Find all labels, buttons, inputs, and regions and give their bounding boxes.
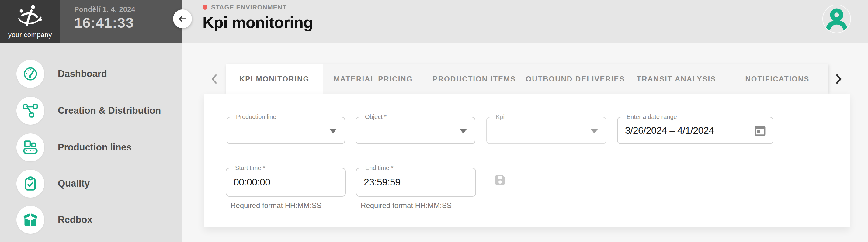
open-box-icon bbox=[17, 206, 44, 234]
chevron-down-icon bbox=[591, 129, 598, 133]
date-range-input[interactable] bbox=[625, 117, 747, 144]
chevron-left-icon bbox=[210, 73, 219, 85]
gauge-icon bbox=[17, 60, 44, 88]
kpi-select[interactable]: Kpi bbox=[486, 117, 607, 144]
sidebar-item-label: Redbox bbox=[58, 214, 92, 225]
conveyor-icon bbox=[17, 133, 44, 161]
app-root: your company Pondělí 1. 4. 2024 16:41:33… bbox=[0, 0, 868, 242]
production-line-value bbox=[235, 117, 318, 144]
start-time-input[interactable] bbox=[234, 169, 319, 196]
chevron-right-icon bbox=[834, 73, 843, 85]
user-profile-button[interactable] bbox=[823, 5, 851, 33]
tab-notifications[interactable]: NOTIFICATIONS bbox=[727, 64, 828, 94]
sidebar-item-label: Production lines bbox=[58, 142, 132, 153]
chevron-down-icon bbox=[330, 129, 337, 133]
sidebar-item-label: Creation & Distribution bbox=[58, 105, 161, 116]
workflow-icon bbox=[17, 97, 44, 125]
date-range-field[interactable]: Enter a date range bbox=[617, 117, 773, 144]
environment-label: STAGE ENVIRONMENT bbox=[211, 4, 287, 11]
sidebar-item-label: Quality bbox=[58, 178, 90, 189]
sidebar-item-production-lines[interactable]: Production lines bbox=[0, 129, 183, 166]
tab-transit-analysis[interactable]: TRANSIT ANALYSIS bbox=[626, 64, 727, 94]
tab-material-pricing[interactable]: MATERIAL PRICING bbox=[323, 64, 424, 94]
company-logo-text: your company bbox=[8, 31, 52, 39]
environment-dot-icon bbox=[203, 5, 208, 10]
start-time-helper: Required format HH:MM:SS bbox=[230, 201, 321, 210]
sidebar-item-redbox[interactable]: Redbox bbox=[0, 202, 183, 238]
back-button[interactable] bbox=[173, 9, 192, 28]
object-value bbox=[364, 117, 448, 144]
end-time-input[interactable] bbox=[364, 169, 449, 196]
sidebar: Dashboard Creation & Distribution bbox=[0, 43, 183, 242]
clipboard-check-icon bbox=[17, 170, 44, 198]
object-select[interactable]: Object * bbox=[355, 117, 475, 144]
datetime-block: Pondělí 1. 4. 2024 16:41:33 bbox=[60, 0, 183, 43]
arrow-left-icon bbox=[177, 14, 188, 24]
tab-outbound-deliveries[interactable]: OUTBOUND DELIVERIES bbox=[525, 64, 626, 94]
kpi-value bbox=[494, 117, 580, 144]
person-icon bbox=[825, 7, 848, 31]
current-time: 16:41:33 bbox=[74, 14, 183, 31]
end-time-field[interactable]: End time * bbox=[356, 168, 476, 197]
tab-strip: KPI MONITORING MATERIAL PRICING PRODUCTI… bbox=[226, 64, 828, 94]
tab-kpi-monitoring[interactable]: KPI MONITORING bbox=[226, 64, 323, 94]
chevron-down-icon bbox=[460, 129, 467, 133]
tab-production-items[interactable]: PRODUCTION ITEMS bbox=[424, 64, 525, 94]
sidebar-item-dashboard[interactable]: Dashboard bbox=[0, 56, 183, 92]
tabs-scroll-right-button[interactable] bbox=[830, 70, 848, 88]
sidebar-item-creation-distribution[interactable]: Creation & Distribution bbox=[0, 92, 183, 129]
header: your company Pondělí 1. 4. 2024 16:41:33… bbox=[0, 0, 868, 43]
sidebar-item-quality[interactable]: Quality bbox=[0, 165, 183, 202]
end-time-helper: Required format HH:MM:SS bbox=[361, 201, 452, 210]
calendar-icon[interactable] bbox=[753, 124, 767, 137]
save-floppy-icon bbox=[494, 174, 506, 186]
page-head: STAGE ENVIRONMENT Kpi monitoring bbox=[203, 3, 313, 32]
current-date: Pondělí 1. 4. 2024 bbox=[74, 5, 183, 14]
sidebar-item-label: Dashboard bbox=[58, 68, 107, 79]
tabs-scroll-left-button[interactable] bbox=[205, 70, 223, 88]
company-logo-icon bbox=[16, 4, 45, 30]
page-title: Kpi monitoring bbox=[203, 13, 313, 32]
company-logo: your company bbox=[0, 0, 60, 43]
save-button[interactable] bbox=[494, 174, 506, 186]
start-time-field[interactable]: Start time * bbox=[226, 168, 346, 197]
production-line-select[interactable]: Production line bbox=[226, 117, 345, 144]
